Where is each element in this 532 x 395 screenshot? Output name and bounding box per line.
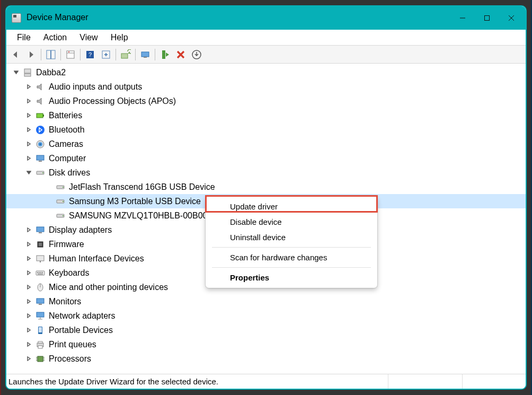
enable-device-button[interactable] (157, 48, 173, 62)
menu-help[interactable]: Help (104, 30, 135, 45)
printer-icon (35, 339, 46, 350)
back-button[interactable] (7, 48, 23, 62)
menu-view[interactable]: View (73, 30, 104, 45)
disable-device-button[interactable] (189, 48, 205, 62)
svg-point-28 (42, 172, 43, 173)
context-menu-item[interactable]: Uninstall device (206, 230, 377, 245)
svg-rect-44 (40, 272, 41, 273)
svg-rect-57 (38, 356, 43, 362)
hid-icon (35, 253, 46, 264)
context-menu-item[interactable]: Update driver (206, 199, 377, 214)
context-menu-item[interactable]: Scan for hardware changes (206, 250, 377, 265)
tree-category[interactable]: Bluetooth (6, 122, 526, 137)
tree-category[interactable]: Disk drives (6, 165, 526, 180)
menu-file[interactable]: File (11, 30, 37, 45)
minimize-button[interactable] (450, 10, 475, 27)
statusbar-text: Launches the Update Driver Wizard for th… (8, 377, 218, 386)
tree-device[interactable]: JetFlash Transcend 16GB USB Device (6, 180, 526, 194)
expand-icon[interactable] (24, 126, 33, 134)
forward-button[interactable] (23, 48, 39, 62)
expand-icon[interactable] (24, 326, 33, 335)
svg-point-21 (36, 126, 45, 134)
expand-icon[interactable] (24, 169, 33, 177)
app-icon (12, 13, 21, 23)
expand-icon[interactable] (24, 140, 33, 148)
titlebar[interactable]: Device Manager (6, 6, 526, 30)
bluetooth-icon (35, 125, 46, 135)
svg-rect-19 (37, 113, 43, 118)
svg-rect-53 (39, 327, 42, 332)
tree-category-label: Keyboards (49, 268, 90, 278)
tree-category[interactable]: Portable Devices (6, 323, 526, 337)
camera-icon (35, 139, 46, 150)
context-menu-item[interactable]: Disable device (206, 214, 377, 230)
scan-hardware-button[interactable] (137, 48, 153, 62)
tree-category[interactable]: Audio Processing Objects (APOs) (6, 94, 526, 108)
expand-icon[interactable] (24, 111, 33, 120)
expand-icon[interactable] (24, 254, 33, 263)
disk-icon (55, 196, 66, 207)
expand-icon[interactable] (24, 283, 33, 292)
menu-action[interactable]: Action (37, 30, 73, 45)
svg-point-8 (68, 51, 69, 52)
close-button[interactable] (499, 10, 524, 27)
tree-category[interactable]: Batteries (6, 108, 526, 122)
tree-category-label: Mice and other pointing devices (49, 283, 168, 292)
svg-point-24 (39, 143, 41, 145)
svg-rect-45 (42, 272, 43, 273)
tree-category[interactable]: Monitors (6, 294, 526, 309)
toolbar: ? (6, 46, 526, 64)
context-menu-item[interactable]: Properties (206, 270, 377, 285)
svg-rect-6 (67, 51, 74, 58)
speaker-icon (35, 82, 46, 92)
tree-category[interactable]: Cameras (6, 137, 526, 151)
svg-rect-46 (38, 274, 43, 275)
tree-category-label: Audio Processing Objects (APOs) (49, 96, 176, 106)
tree-category[interactable]: Audio inputs and outputs (6, 80, 526, 94)
tree-category-label: Processors (49, 354, 91, 364)
svg-rect-12 (121, 54, 128, 58)
svg-rect-51 (37, 312, 44, 317)
window-title: Device Manager (26, 13, 450, 23)
svg-rect-18 (24, 74, 31, 76)
svg-rect-17 (24, 69, 31, 73)
svg-point-32 (63, 201, 64, 202)
chip-icon (35, 239, 46, 250)
expand-icon[interactable] (24, 269, 33, 277)
update-driver-button[interactable] (118, 48, 134, 62)
expand-icon[interactable] (12, 68, 20, 77)
tree-category[interactable]: Print queues (6, 337, 526, 352)
expand-icon[interactable] (24, 312, 33, 320)
context-menu: Update driverDisable deviceUninstall dev… (206, 196, 377, 288)
expand-icon[interactable] (24, 97, 33, 106)
action-button[interactable] (98, 48, 114, 62)
expand-icon[interactable] (24, 355, 33, 363)
expand-icon[interactable] (24, 297, 33, 306)
expand-icon[interactable] (24, 154, 33, 163)
tree-category-label: Print queues (49, 340, 96, 349)
svg-rect-55 (38, 341, 42, 343)
svg-rect-56 (38, 346, 42, 348)
svg-rect-35 (37, 227, 44, 232)
svg-rect-40 (40, 261, 41, 262)
tree-category[interactable]: Network adapters (6, 309, 526, 323)
tree-category[interactable]: Computer (6, 151, 526, 165)
keyboard-icon (35, 268, 46, 278)
computer-icon (22, 67, 33, 78)
show-hide-tree-button[interactable] (43, 48, 59, 62)
expand-icon[interactable] (24, 340, 33, 349)
expand-icon[interactable] (24, 226, 33, 234)
svg-rect-13 (141, 52, 149, 57)
properties-button[interactable] (63, 48, 78, 62)
tree-category-label: Monitors (49, 297, 81, 306)
help-button[interactable]: ? (82, 48, 98, 62)
expand-icon[interactable] (24, 240, 33, 249)
maximize-button[interactable] (475, 10, 499, 27)
tree-category[interactable]: Processors (6, 352, 526, 366)
tree-device-label: JetFlash Transcend 16GB USB Device (69, 182, 215, 192)
disk-icon (55, 210, 66, 221)
expand-icon[interactable] (24, 83, 33, 91)
tree-device-label: SAMSUNG MZVLQ1T0HBLB-00B00 (69, 211, 207, 221)
uninstall-device-button[interactable] (173, 48, 189, 62)
tree-root[interactable]: Dabba2 (6, 65, 526, 80)
